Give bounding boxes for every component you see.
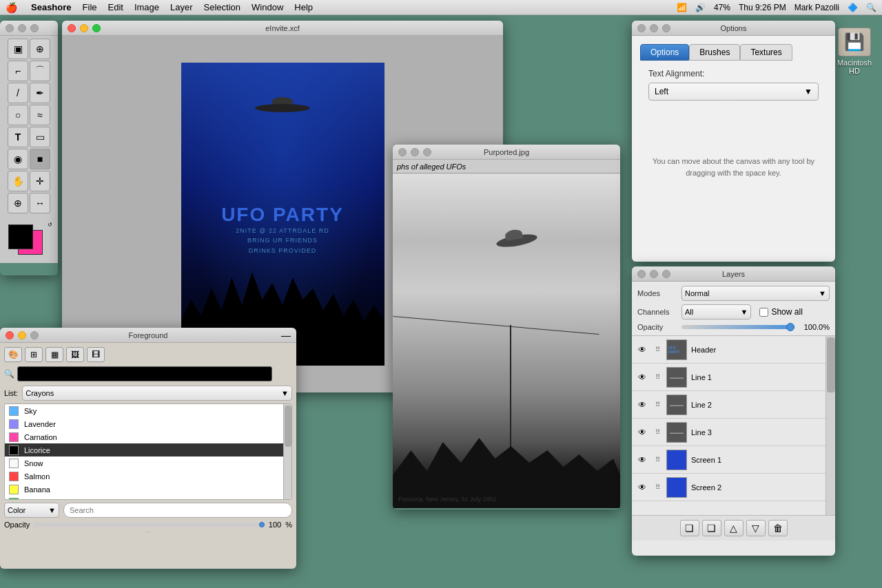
volume-icon[interactable]: 🔊: [695, 3, 706, 12]
main-min-btn[interactable]: [80, 24, 88, 32]
layer-screen2[interactable]: 👁 ⠿ Screen 2: [632, 474, 835, 501]
fg-list-select[interactable]: Crayons ▼: [22, 386, 292, 401]
toolbox-close-btn[interactable]: [6, 24, 14, 32]
fg-close-btn[interactable]: [6, 331, 14, 339]
layer-copy-btn[interactable]: ❑: [702, 520, 721, 536]
fg-grid-btn[interactable]: ⊞: [25, 347, 43, 362]
menu-selection[interactable]: Selection: [204, 2, 240, 12]
modes-select[interactable]: Normal ▼: [681, 286, 830, 301]
show-all-checkbox[interactable]: [759, 308, 768, 317]
transform-tool[interactable]: ↔: [30, 193, 50, 213]
main-close-btn[interactable]: [68, 24, 76, 32]
color-carnation[interactable]: Carnation: [5, 430, 291, 443]
menu-window[interactable]: Window: [252, 2, 283, 12]
fg-opacity-slider[interactable]: [34, 523, 265, 527]
eye-icon-header[interactable]: 👁: [636, 344, 648, 356]
menu-image[interactable]: Image: [134, 2, 159, 12]
fg-pattern-btn[interactable]: ▦: [45, 347, 63, 362]
options-min-btn[interactable]: [650, 24, 658, 32]
text-tool[interactable]: T: [8, 127, 28, 147]
disk-icon[interactable]: 💾 Macintosh HD: [834, 28, 875, 75]
eraser-tool[interactable]: ▭: [30, 127, 50, 147]
rect-select-tool[interactable]: ▣: [8, 39, 28, 59]
smudge-tool[interactable]: ≈: [30, 105, 50, 125]
color-snow[interactable]: Snow: [5, 456, 291, 470]
eye-icon-screen1[interactable]: 👁: [636, 454, 648, 466]
eye-icon-screen2[interactable]: 👁: [636, 481, 648, 494]
fg-resize-handle[interactable]: ⋯: [4, 529, 292, 534]
color-list[interactable]: Sky Lavender Carnation Licorice Snow Sal…: [4, 403, 292, 500]
foreground-color-swatch[interactable]: [8, 224, 33, 249]
app-name[interactable]: Seashore: [31, 2, 72, 12]
tab-options[interactable]: Options: [640, 44, 689, 61]
fg-color-wheel-btn[interactable]: 🎨: [4, 347, 22, 362]
eye-icon-line3[interactable]: 👁: [636, 426, 648, 439]
layers-max-btn[interactable]: [662, 270, 670, 278]
fg-color-search-input[interactable]: [63, 503, 292, 518]
menu-edit[interactable]: Edit: [108, 2, 123, 12]
tab-textures[interactable]: Textures: [740, 44, 792, 61]
menu-file[interactable]: File: [83, 2, 97, 12]
main-max-btn[interactable]: [92, 24, 101, 32]
smart-lasso-tool[interactable]: ⌒: [30, 61, 50, 81]
spotlight-icon[interactable]: 🔍: [866, 3, 876, 12]
color-list-scrollbar[interactable]: [283, 404, 291, 499]
lasso-tool[interactable]: ⌐: [8, 61, 28, 81]
color-salmon[interactable]: Salmon: [5, 470, 291, 483]
fg-image-btn[interactable]: 🖼: [66, 347, 84, 362]
layer-screen1[interactable]: 👁 ⠿ Screen 1: [632, 446, 835, 474]
eyedropper-tool[interactable]: ◉: [8, 149, 28, 169]
layers-close-btn[interactable]: [637, 270, 646, 278]
color-reset-icon[interactable]: ↺: [48, 222, 52, 228]
toolbox-min-btn[interactable]: [18, 24, 26, 32]
layer-new-btn[interactable]: ❏: [680, 520, 699, 536]
pen-tool[interactable]: ✒: [30, 83, 50, 103]
options-max-btn[interactable]: [662, 24, 670, 32]
purported-body[interactable]: Passoria, New Jersey, 31 July 1952: [393, 174, 620, 508]
layer-delete-btn[interactable]: 🗑: [768, 520, 788, 536]
eye-icon-line1[interactable]: 👁: [636, 371, 648, 384]
color-sky[interactable]: Sky: [5, 404, 291, 417]
layer-line3[interactable]: 👁 ⠿ ▬▬▬▬ Line 3: [632, 419, 835, 446]
text-alignment-select[interactable]: Left ▼: [648, 83, 819, 101]
eye-icon-line2[interactable]: 👁: [636, 399, 648, 411]
zoom-tool[interactable]: ⊕: [8, 193, 28, 213]
tab-brushes[interactable]: Brushes: [689, 44, 740, 61]
channels-select[interactable]: All ▼: [681, 304, 751, 319]
layer-up-btn[interactable]: △: [724, 520, 743, 536]
layer-line2[interactable]: 👁 ⠿ ▬▬▬▬ Line 2: [632, 391, 835, 419]
color-licorice[interactable]: Licorice: [5, 443, 291, 456]
brush-tool[interactable]: ○: [8, 105, 28, 125]
layer-header[interactable]: 👁 ⠿ UFO PARTY Header: [632, 336, 835, 364]
purported-max-btn[interactable]: [423, 148, 431, 156]
fg-min-btn[interactable]: [18, 331, 26, 339]
bluetooth-icon[interactable]: 🔷: [848, 3, 858, 12]
color-banana[interactable]: Banana: [5, 483, 291, 496]
poster-text: UFO PARTY 2NITE @ 22 ATTRDALE RD BRING U…: [221, 204, 344, 255]
move-tool[interactable]: ✛: [30, 171, 50, 191]
fill-tool[interactable]: ■: [30, 149, 50, 169]
menu-layer[interactable]: Layer: [170, 2, 193, 12]
options-close-btn[interactable]: [637, 24, 646, 32]
menu-help[interactable]: Help: [294, 2, 313, 12]
fg-search-input[interactable]: [17, 366, 272, 381]
pencil-tool[interactable]: /: [8, 83, 28, 103]
layer-line1[interactable]: 👁 ⠿ ▬▬▬▬ Line 1: [632, 364, 835, 391]
ellipse-select-tool[interactable]: ⊕: [30, 39, 50, 59]
opacity-slider[interactable]: [681, 325, 794, 329]
toolbox-max-btn[interactable]: [30, 24, 39, 32]
purported-min-btn[interactable]: [411, 148, 419, 156]
fg-film-btn[interactable]: 🎞: [87, 347, 105, 362]
wifi-icon[interactable]: 📶: [677, 3, 687, 12]
fg-collapse-btn[interactable]: —: [281, 330, 291, 341]
color-flora[interactable]: Flora: [5, 496, 291, 500]
apple-menu[interactable]: 🍎: [6, 2, 17, 13]
fg-color-mode-select[interactable]: Color ▼: [4, 503, 59, 518]
fg-max-btn[interactable]: [30, 331, 39, 339]
color-lavender[interactable]: Lavender: [5, 417, 291, 430]
layers-scrollbar[interactable]: [825, 336, 835, 515]
pan-tool[interactable]: ✋: [8, 171, 28, 191]
layers-min-btn[interactable]: [650, 270, 658, 278]
layer-down-btn[interactable]: ▽: [746, 520, 766, 536]
purported-close-btn[interactable]: [398, 148, 407, 156]
